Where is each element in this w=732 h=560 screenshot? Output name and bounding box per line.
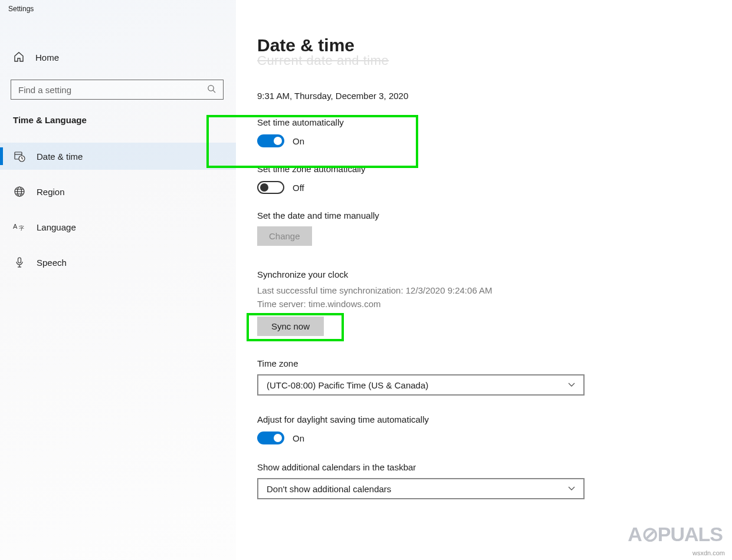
setting-label: Show additional calendars in the taskbar (257, 462, 720, 472)
toggle-state: On (293, 433, 304, 443)
setting-set-time-auto: Set time automatically On (257, 117, 720, 147)
sidebar-item-date-time[interactable]: Date & time (0, 143, 236, 170)
change-button: Change (257, 226, 312, 246)
timezone-section: Time zone (UTC-08:00) Pacific Time (US &… (257, 358, 720, 396)
home-icon (13, 51, 25, 63)
sidebar-item-region[interactable]: Region (0, 178, 236, 205)
watermark-logo: A⊘PUALS (628, 522, 723, 546)
toggle-set-tz-auto[interactable] (257, 181, 284, 194)
sidebar-item-label: Speech (37, 258, 67, 268)
section-heading-cutoff: Current date and time (257, 53, 720, 68)
category-title: Time & Language (0, 100, 236, 131)
watermark-url: wsxdn.com (692, 549, 725, 556)
sidebar-item-label: Region (37, 187, 65, 197)
sync-server: Time server: time.windows.com (257, 298, 720, 311)
toggle-set-time-auto[interactable] (257, 134, 284, 147)
main-content: Date & time Current date and time 9:31 A… (236, 0, 732, 560)
chevron-down-icon (568, 485, 575, 492)
toggle-state: Off (293, 183, 304, 193)
toggle-daylight[interactable] (257, 431, 284, 444)
sidebar-item-speech[interactable]: Speech (0, 249, 236, 276)
setting-label: Set time zone automatically (257, 164, 720, 174)
svg-rect-14 (18, 258, 21, 263)
search-input[interactable] (18, 85, 207, 95)
svg-point-0 (208, 85, 214, 91)
setting-manual: Set the date and time manually Change (257, 210, 720, 246)
calendars-select[interactable]: Don't show additional calendars (257, 478, 585, 499)
sync-now-button[interactable]: Sync now (257, 317, 324, 336)
sync-section: Synchronize your clock Last successful t… (257, 269, 720, 336)
home-nav[interactable]: Home (0, 45, 236, 69)
sidebar-item-label: Language (37, 222, 76, 232)
setting-set-tz-auto: Set time zone automatically Off (257, 164, 720, 194)
globe-icon (13, 185, 26, 198)
toggle-state: On (293, 136, 304, 146)
window-title: Settings (0, 0, 236, 13)
timezone-select[interactable]: (UTC-08:00) Pacific Time (US & Canada) (257, 374, 585, 396)
sidebar-item-label: Date & time (37, 151, 83, 162)
sidebar-item-language[interactable]: A 字 Language (0, 213, 236, 241)
nav-items: Date & time Region A 字 Language (0, 143, 236, 276)
setting-label: Set time automatically (257, 117, 720, 127)
chevron-down-icon (568, 381, 575, 388)
setting-label: Adjust for daylight saving time automati… (257, 414, 720, 424)
search-icon (207, 84, 216, 95)
svg-text:字: 字 (19, 225, 24, 231)
sync-title: Synchronize your clock (257, 269, 720, 279)
select-value: Don't show additional calendars (267, 484, 391, 494)
svg-text:A: A (13, 223, 18, 230)
page-title: Date & time (257, 35, 720, 55)
current-datetime: 9:31 AM, Thursday, December 3, 2020 (257, 91, 720, 101)
microphone-icon (13, 256, 26, 269)
search-box[interactable] (11, 80, 224, 100)
svg-line-1 (213, 90, 215, 93)
setting-daylight: Adjust for daylight saving time automati… (257, 414, 720, 444)
setting-label: Time zone (257, 358, 720, 368)
home-label: Home (35, 52, 59, 62)
sync-last: Last successful time synchronization: 12… (257, 284, 720, 298)
setting-label: Set the date and time manually (257, 210, 720, 220)
select-value: (UTC-08:00) Pacific Time (US & Canada) (267, 380, 428, 390)
calendar-clock-icon (13, 150, 26, 163)
setting-calendars: Show additional calendars in the taskbar… (257, 462, 720, 499)
sidebar: Settings Home Time & Language Date & ti (0, 0, 236, 560)
language-icon: A 字 (13, 220, 26, 233)
